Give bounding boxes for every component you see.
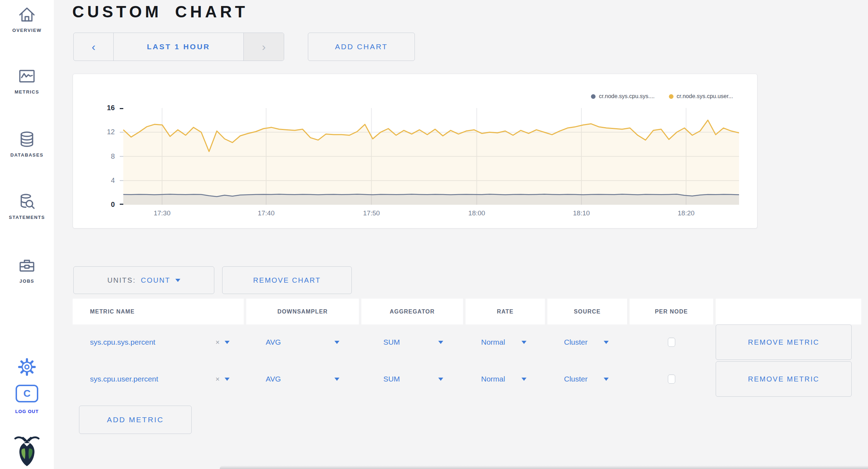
home-icon xyxy=(17,5,36,24)
legend-label: cr.node.sys.cpu.user... xyxy=(677,93,733,100)
sidebar-item-overview[interactable]: OVERVIEW xyxy=(0,5,54,33)
logout-button[interactable]: C LOG OUT xyxy=(0,385,54,414)
chevron-down-icon xyxy=(438,378,443,381)
sidebar-item-jobs[interactable]: JOBS xyxy=(0,256,54,284)
chevron-down-icon xyxy=(334,341,339,344)
time-window-dropdown[interactable]: LAST 1 HOUR xyxy=(114,33,243,61)
legend-dot-user xyxy=(669,94,673,99)
chevron-down-icon xyxy=(225,341,230,344)
table-row: sys.cpu.sys.percent × AVG SUM Normal Clu… xyxy=(73,324,861,360)
statements-icon xyxy=(17,192,36,211)
column-header-metric-name: METRIC NAME xyxy=(73,299,244,324)
chevron-down-icon xyxy=(604,341,609,344)
legend-item[interactable]: cr.node.sys.cpu.sys.... xyxy=(591,93,654,100)
column-header-downsampler: DOWNSAMPLER xyxy=(246,299,359,324)
column-header-aggregator: AGGREGATOR xyxy=(361,299,463,324)
y-axis-tick: 0 xyxy=(79,200,115,209)
cpu-usage-chart[interactable] xyxy=(119,108,739,205)
chevron-right-icon: › xyxy=(262,40,266,53)
column-header-actions xyxy=(716,299,861,324)
x-axis-tick: 17:30 xyxy=(142,209,181,217)
units-label: UNITS: xyxy=(107,276,136,284)
downsampler-dropdown[interactable]: AVG xyxy=(246,324,359,360)
chevron-down-icon xyxy=(522,378,526,381)
aggregator-dropdown[interactable]: SUM xyxy=(361,324,463,360)
metrics-table-header: METRIC NAME DOWNSAMPLER AGGREGATOR RATE … xyxy=(73,299,861,324)
logout-label: LOG OUT xyxy=(15,409,39,414)
chevron-down-icon xyxy=(604,378,609,381)
source-dropdown[interactable]: Cluster xyxy=(547,324,627,360)
aggregator-dropdown[interactable]: SUM xyxy=(361,361,463,397)
add-chart-button[interactable]: ADD CHART xyxy=(308,33,415,61)
sidebar-item-label: OVERVIEW xyxy=(12,28,42,33)
clear-icon[interactable]: × xyxy=(215,375,220,383)
rate-dropdown[interactable]: Normal xyxy=(466,361,545,397)
time-window-selector: ‹ LAST 1 HOUR › xyxy=(73,33,284,61)
metric-name-value: sys.cpu.user.percent xyxy=(90,375,158,383)
column-header-source: SOURCE xyxy=(547,299,627,324)
x-axis-tick: 17:40 xyxy=(247,209,286,217)
remove-metric-button[interactable]: REMOVE METRIC xyxy=(716,361,852,397)
chevron-left-icon: ‹ xyxy=(92,40,96,53)
sidebar-item-label: STATEMENTS xyxy=(9,215,45,220)
units-value: COUNT xyxy=(141,276,170,284)
chevron-down-icon xyxy=(334,378,339,381)
add-metric-button[interactable]: ADD METRIC xyxy=(79,406,192,434)
y-axis-tick: 12 xyxy=(79,128,115,136)
chart-card: cr.node.sys.cpu.sys.... cr.node.sys.cpu.… xyxy=(73,74,757,228)
sidebar-item-metrics[interactable]: METRICS xyxy=(0,67,54,95)
y-axis-tick: 16 xyxy=(79,104,115,112)
y-axis-tick: 8 xyxy=(79,152,115,160)
sidebar-item-label: METRICS xyxy=(15,89,39,95)
x-axis-tick: 18:20 xyxy=(667,209,706,217)
scroll-shadow xyxy=(220,465,868,469)
time-next-button[interactable]: › xyxy=(243,33,284,61)
x-axis-tick: 17:50 xyxy=(352,209,391,217)
chevron-down-icon xyxy=(522,341,526,344)
units-dropdown[interactable]: UNITS: COUNT xyxy=(73,266,214,294)
legend-item[interactable]: cr.node.sys.cpu.user... xyxy=(669,93,733,100)
chart-legend: cr.node.sys.cpu.sys.... cr.node.sys.cpu.… xyxy=(591,93,733,100)
metric-name-combobox[interactable]: sys.cpu.sys.percent × xyxy=(73,324,244,360)
logout-icon: C xyxy=(16,385,38,402)
chevron-down-icon xyxy=(175,279,180,282)
column-header-per-node: PER NODE xyxy=(630,299,713,324)
sidebar-item-statements[interactable]: STATEMENTS xyxy=(0,192,54,220)
clear-icon[interactable]: × xyxy=(215,338,220,346)
sidebar-item-label: JOBS xyxy=(19,278,34,284)
downsampler-dropdown[interactable]: AVG xyxy=(246,361,359,397)
y-axis-tick: 4 xyxy=(79,176,115,185)
metrics-icon xyxy=(17,67,36,86)
per-node-checkbox[interactable] xyxy=(668,374,675,384)
cockroach-logo xyxy=(0,434,54,468)
x-axis-tick: 18:10 xyxy=(562,209,601,217)
jobs-icon xyxy=(17,256,36,275)
time-prev-button[interactable]: ‹ xyxy=(74,33,114,61)
column-header-rate: RATE xyxy=(466,299,545,324)
rate-dropdown[interactable]: Normal xyxy=(466,324,545,360)
remove-metric-button[interactable]: REMOVE METRIC xyxy=(716,324,852,360)
sidebar-item-label: DATABASES xyxy=(10,152,43,158)
chevron-down-icon xyxy=(225,378,230,381)
metric-name-combobox[interactable]: sys.cpu.user.percent × xyxy=(73,361,244,397)
settings-button[interactable] xyxy=(0,357,54,377)
legend-dot-sys xyxy=(591,94,596,99)
page-title: CUSTOM CHART xyxy=(72,2,248,21)
chevron-down-icon xyxy=(438,341,443,344)
x-axis-tick: 18:00 xyxy=(457,209,496,217)
table-row: sys.cpu.user.percent × AVG SUM Normal Cl… xyxy=(73,361,861,397)
metric-name-value: sys.cpu.sys.percent xyxy=(90,338,155,346)
source-dropdown[interactable]: Cluster xyxy=(547,361,627,397)
legend-label: cr.node.sys.cpu.sys.... xyxy=(599,93,654,100)
sidebar-item-databases[interactable]: DATABASES xyxy=(0,130,54,158)
database-icon xyxy=(17,130,36,149)
cockroach-logo-icon xyxy=(13,434,41,468)
gear-icon xyxy=(17,357,37,377)
per-node-checkbox[interactable] xyxy=(668,338,675,347)
remove-chart-button[interactable]: REMOVE CHART xyxy=(222,266,352,294)
sidebar: OVERVIEW METRICS DATABASES STATEMENTS JO… xyxy=(0,0,54,469)
